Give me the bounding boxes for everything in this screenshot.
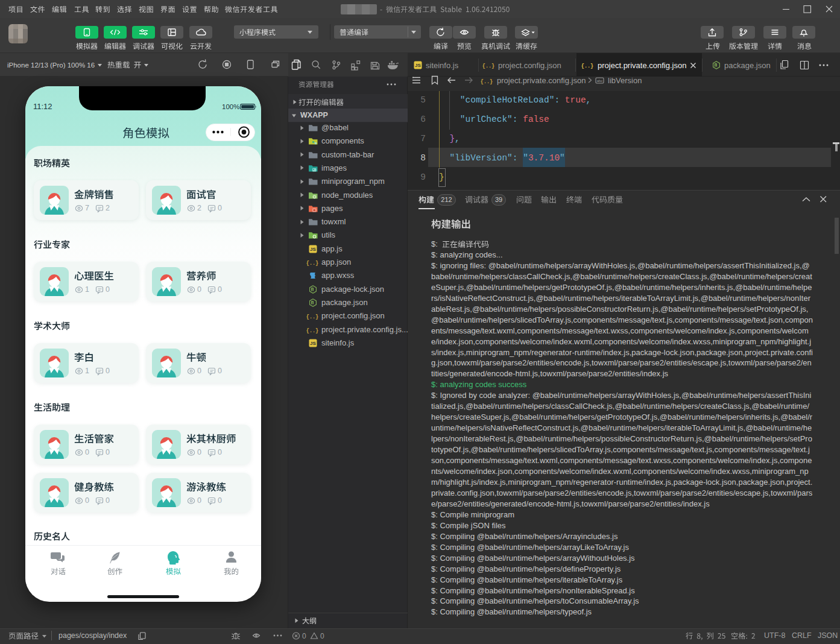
svg-text:{..}: {..} [306, 327, 318, 333]
svg-text:0: 0 [302, 632, 306, 640]
svg-text:{..}: {..} [481, 78, 493, 84]
svg-text:{..}: {..} [482, 63, 494, 69]
svg-text:{..}: {..} [306, 314, 318, 320]
svg-text:{..}: {..} [306, 260, 318, 267]
svg-text:JS: JS [415, 63, 421, 68]
svg-text:JS: JS [310, 341, 316, 346]
svg-text:{..}: {..} [581, 63, 593, 69]
svg-text:JS: JS [310, 247, 316, 252]
svg-text:0: 0 [320, 632, 324, 640]
svg-text:abc: abc [597, 79, 603, 83]
